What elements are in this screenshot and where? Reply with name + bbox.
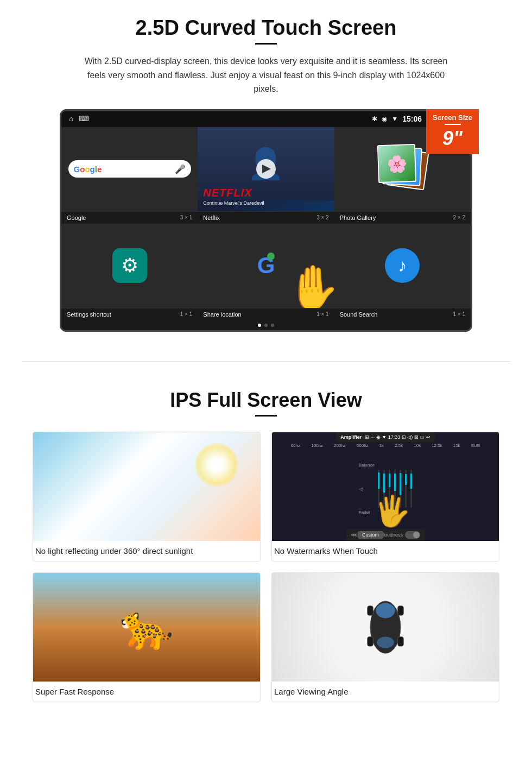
fast-response-caption: Super Fast Response: [33, 682, 260, 702]
google-logo: Google: [74, 165, 102, 174]
svg-rect-5: [368, 636, 373, 646]
music-note-icon: ♪: [398, 256, 407, 276]
netflix-logo: NETFLIX: [203, 187, 252, 199]
svg-rect-4: [398, 605, 404, 615]
maps-g-wrap: G: [257, 253, 275, 279]
google-label: Google 3 × 1: [61, 211, 198, 224]
dot-3: [271, 324, 274, 327]
netflix-label-size: 3 × 2: [316, 215, 329, 220]
eq-sliders-area: Balance ◁) Fader 🖐: [354, 449, 416, 529]
share-label-name: Share location: [203, 311, 241, 318]
section-ips: IPS Full Screen View No light reflecting…: [0, 378, 532, 718]
netflix-overlay: NETFLIX Continue Marvel's Daredevil: [198, 127, 334, 211]
sun-rays: [195, 443, 238, 487]
share-label: Share location 1 × 1: [198, 308, 334, 320]
hand-touching-icon: 🤚: [286, 262, 334, 308]
sound-icon-wrap: ♪: [385, 248, 420, 283]
photo-gallery-label-name: Photo Gallery: [340, 215, 376, 221]
netflix-label-name: Netflix: [203, 215, 220, 221]
section1-underline: [255, 43, 277, 45]
amplifier-label: Amplifier: [340, 434, 362, 440]
sunlight-feature-card: No light reflecting under 360° direct su…: [33, 432, 261, 562]
flower-icon: 🌸: [387, 154, 407, 173]
custom-button[interactable]: Custom: [358, 531, 383, 539]
svg-rect-3: [368, 605, 373, 615]
features-grid: No light reflecting under 360° direct su…: [33, 432, 499, 702]
netflix-subtitle: Continue Marvel's Daredevil: [203, 200, 264, 206]
app-labels-top: Google 3 × 1 Netflix 3 × 2 Photo Gallery…: [61, 211, 471, 224]
settings-icon-wrap: ⚙: [112, 248, 147, 283]
eq-icons: ⊞ ··· ◉ ▼ 17:33 ⊡ ◁) ⊠ ▭ ↩: [365, 434, 430, 440]
loudness-toggle: loudness: [383, 531, 420, 539]
device-mockup: Screen Size 9" ⌂ ⌨ ✱ ◉ ▼ 15:06 ⊡ ◁) ⊠: [60, 109, 472, 332]
dot-1: [258, 324, 261, 327]
eq-footer: ⋘ Custom loudness: [346, 529, 425, 541]
app-labels-bottom: Settings shortcut 1 × 1 Share location 1…: [61, 308, 471, 320]
section-curved-screen: 2.5D Curved Touch Screen With 2.5D curve…: [0, 0, 532, 345]
sound-label-size: 1 × 1: [453, 311, 465, 317]
share-location-cell[interactable]: G 🤚: [198, 224, 334, 308]
app-grid-top: Google 🎤 👤 NETFLIX: [61, 127, 471, 211]
sound-search-cell[interactable]: ♪: [334, 224, 471, 308]
photo-gallery-label: Photo Gallery 2 × 2: [334, 211, 471, 224]
viewing-angle-caption: Large Viewing Angle: [272, 682, 499, 702]
loudness-label: loudness: [383, 532, 403, 538]
google-label-name: Google: [67, 215, 86, 221]
car-svg: [358, 589, 413, 665]
netflix-label: Netflix 3 × 2: [198, 211, 334, 224]
location-icon: ◉: [382, 115, 387, 123]
photo-stack: 🌸: [378, 144, 427, 193]
eq-freq-labels: 60hz100hz200hz500hz1k2.5k10k12.5k15kSUB: [287, 442, 484, 449]
section2-title: IPS Full Screen View: [33, 389, 499, 412]
svg-rect-6: [398, 636, 404, 646]
screen-size-badge: Screen Size 9": [426, 109, 479, 154]
eq-header: Amplifier ⊞ ··· ◉ ▼ 17:33 ⊡ ◁) ⊠ ▭ ↩: [336, 432, 434, 442]
photo-gallery-label-size: 2 × 2: [453, 215, 465, 220]
google-search-bar[interactable]: Google 🎤: [68, 160, 191, 178]
device-frame: ⌂ ⌨ ✱ ◉ ▼ 15:06 ⊡ ◁) ⊠ ▭: [60, 109, 472, 332]
app-grid-bottom: ⚙ G 🤚 ♪: [61, 224, 471, 308]
settings-label: Settings shortcut 1 × 1: [61, 308, 198, 320]
eq-db-labels: Balance ◁) Fader: [359, 453, 375, 525]
toggle-switch[interactable]: [405, 531, 420, 539]
sunlight-image: [33, 432, 260, 541]
google-mic-icon[interactable]: 🎤: [175, 164, 186, 174]
photo-card-1: 🌸: [377, 144, 416, 183]
section2-underline: [255, 415, 277, 417]
cheetah-image: 🐆: [33, 573, 260, 682]
settings-app-cell[interactable]: ⚙: [61, 224, 198, 308]
gear-icon: ⚙: [121, 254, 138, 277]
screen-badge-line: [445, 124, 461, 125]
sound-label-name: Sound Search: [340, 311, 378, 318]
car-top-view: [358, 589, 413, 665]
status-bar-left: ⌂ ⌨: [69, 115, 89, 123]
home-icon[interactable]: ⌂: [69, 115, 73, 123]
car-image: [272, 573, 499, 682]
watermarks-caption: No Watermarks When Touch: [272, 541, 499, 561]
section1-description: With 2.5D curved-display screen, this de…: [76, 54, 456, 96]
car-feature-card: Large Viewing Angle: [271, 572, 499, 702]
section1-title: 2.5D Curved Touch Screen: [33, 16, 499, 40]
sunlight-caption: No light reflecting under 360° direct su…: [33, 541, 260, 561]
screen-badge-size: 9": [433, 127, 472, 150]
google-app-cell[interactable]: Google 🎤: [61, 127, 198, 211]
section-divider: [22, 361, 510, 362]
hand-eq-icon: 🖐: [373, 494, 411, 529]
wifi-icon: ▼: [391, 115, 398, 123]
screen-badge-title: Screen Size: [433, 113, 472, 122]
netflix-app-cell[interactable]: 👤 NETFLIX Continue Marvel's Daredevil: [198, 127, 334, 211]
eq-prev-icon: ⋘: [351, 532, 358, 538]
sound-label: Sound Search 1 × 1: [334, 308, 471, 320]
status-time: 15:06: [402, 115, 422, 123]
google-label-size: 3 × 1: [180, 215, 193, 220]
settings-label-size: 1 × 1: [180, 311, 193, 317]
dot-2: [264, 324, 268, 327]
page-indicator: [61, 320, 471, 330]
cheetah-icon: 🐆: [119, 602, 174, 653]
maps-icon: G: [249, 248, 283, 283]
toggle-knob: [413, 532, 420, 538]
status-bar: ⌂ ⌨ ✱ ◉ ▼ 15:06 ⊡ ◁) ⊠ ▭: [61, 111, 471, 127]
bluetooth-icon: ✱: [372, 115, 377, 123]
usb-icon: ⌨: [79, 115, 89, 123]
equalizer-image: Amplifier ⊞ ··· ◉ ▼ 17:33 ⊡ ◁) ⊠ ▭ ↩ 60h…: [272, 432, 499, 541]
